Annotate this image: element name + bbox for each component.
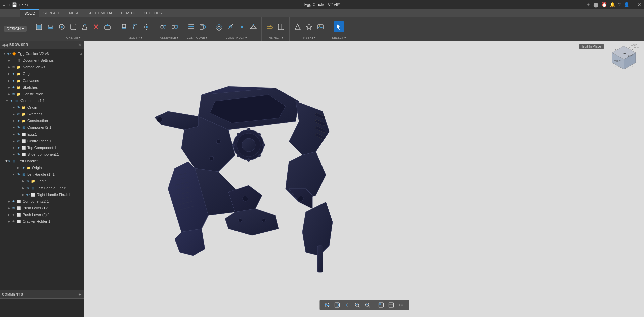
- c1-construction-eye[interactable]: 👁: [16, 118, 21, 123]
- account-icon[interactable]: ⬤: [593, 2, 599, 7]
- insert-mesh-btn[interactable]: [292, 21, 303, 32]
- design-button[interactable]: DESIGN ▾: [4, 26, 27, 32]
- browser-options-icon[interactable]: ✕: [78, 42, 82, 48]
- display-mode-btn[interactable]: [376, 301, 386, 309]
- lhf-expand[interactable]: ▶: [21, 186, 26, 190]
- component2-expand[interactable]: ▶: [11, 125, 16, 130]
- grid-btn[interactable]: [386, 301, 396, 309]
- tree-item-component22[interactable]: ▶ 👁 ⬜ Component22:1: [0, 198, 84, 205]
- root-settings-icon[interactable]: ⚙: [79, 52, 82, 56]
- press-pull-btn[interactable]: [119, 21, 129, 32]
- tree-item-origin[interactable]: ▶ 👁 📁 Origin: [0, 70, 84, 77]
- close-icon[interactable]: ✕: [637, 2, 641, 7]
- component22-expand[interactable]: ▶: [7, 199, 11, 204]
- doc-settings-expand[interactable]: ▶: [7, 58, 11, 63]
- canvases-expand[interactable]: ▶: [7, 78, 11, 83]
- notification-icon[interactable]: 🔔: [610, 2, 615, 7]
- offset-plane-btn[interactable]: [214, 21, 224, 32]
- named-views-expand[interactable]: ▶: [7, 65, 11, 69]
- tree-item-canvases[interactable]: ▶ 👁 📁 Canvases: [0, 77, 84, 84]
- rigid-group-btn[interactable]: [169, 21, 180, 32]
- push-lever-2-expand[interactable]: ▶: [7, 212, 11, 217]
- configure-btn1[interactable]: [186, 21, 197, 32]
- lh1-origin-eye[interactable]: 👁: [26, 179, 30, 183]
- tree-item-c1-sketches[interactable]: ▶ 👁 📁 Sketches: [0, 111, 84, 117]
- file-icon[interactable]: □: [7, 2, 10, 7]
- tree-item-construction-top[interactable]: ▶ 👁 📁 Construction: [0, 91, 84, 97]
- browser-content[interactable]: ▼ 👁 🔶 Egg Cracker V2 v6 ⚙ ▶ ⚙ Document S…: [0, 49, 84, 290]
- tree-item-left-handle-final[interactable]: ▶ 👁 ⊞ Left Handle Final:1: [0, 184, 84, 191]
- egg-expand[interactable]: ▶: [11, 132, 16, 137]
- tree-item-c1-origin[interactable]: ▶ 👁 📁 Origin: [0, 104, 84, 111]
- sweep-btn[interactable]: [68, 21, 79, 32]
- save-icon[interactable]: 💾: [12, 2, 17, 7]
- tree-item-centre-piece[interactable]: ▶ 👁 ⬜ Centre Piece:1: [0, 138, 84, 144]
- top-component-eye[interactable]: 👁: [16, 145, 21, 150]
- tree-item-sketches[interactable]: ▶ 👁 📁 Sketches: [0, 84, 84, 91]
- tree-root-item[interactable]: ▼ 👁 🔶 Egg Cracker V2 v6 ⚙: [0, 50, 84, 57]
- c1-origin-eye[interactable]: 👁: [16, 105, 21, 110]
- cracker-holder-expand[interactable]: ▶: [7, 219, 11, 224]
- tree-item-egg[interactable]: ▶ 👁 ⬜ Egg:1: [0, 131, 84, 138]
- pan-btn[interactable]: [342, 301, 352, 309]
- c1-sketches-eye[interactable]: 👁: [16, 112, 21, 116]
- tree-item-doc-settings[interactable]: ▶ ⚙ Document Settings: [0, 57, 84, 64]
- delete-btn[interactable]: [91, 21, 101, 32]
- push-lever-1-expand[interactable]: ▶: [7, 206, 11, 210]
- rhf-eye[interactable]: 👁: [26, 192, 30, 197]
- tab-mesh[interactable]: MESH: [65, 9, 84, 17]
- fillet-btn[interactable]: [130, 21, 141, 32]
- tree-item-c1-construction[interactable]: ▶ 👁 📁 Construction: [0, 117, 84, 124]
- add-tab-icon[interactable]: ＋: [586, 2, 591, 8]
- joint-btn[interactable]: [158, 21, 169, 32]
- zoom-in-btn[interactable]: [352, 301, 362, 309]
- configure-btn2[interactable]: [197, 21, 208, 32]
- lhf-eye[interactable]: 👁: [26, 186, 30, 190]
- tree-item-right-handle-final[interactable]: ▶ 👁 ⬜ Right Handle Final:1: [0, 191, 84, 198]
- insert-svg-btn[interactable]: [304, 21, 314, 32]
- construct-axis-btn[interactable]: [225, 21, 236, 32]
- fit-btn[interactable]: [332, 301, 342, 309]
- more-options-btn[interactable]: [396, 301, 406, 309]
- tab-sheet-metal[interactable]: SHEET METAL: [84, 9, 117, 17]
- orbit-btn[interactable]: [322, 301, 332, 309]
- lh1-origin-expand[interactable]: ▶: [21, 179, 26, 183]
- origin-eye[interactable]: 👁: [11, 71, 16, 76]
- help-icon[interactable]: ?: [618, 2, 621, 7]
- construction-top-eye[interactable]: 👁: [11, 92, 16, 96]
- construct-more-btn[interactable]: [248, 21, 259, 32]
- c1-sketches-expand[interactable]: ▶: [11, 112, 16, 116]
- tree-item-lh-origin[interactable]: ▶ 👁 📁 Origin: [0, 164, 84, 171]
- tree-item-lh1-origin[interactable]: ▶ 👁 📁 Origin: [0, 178, 84, 184]
- tree-item-left-handle-1[interactable]: ▼ 👁 ⊞ Left Handle (1):1: [0, 171, 84, 178]
- rhf-expand[interactable]: ▶: [21, 192, 26, 197]
- tree-item-push-lever-1[interactable]: ▶ 👁 ⬜ Push Lever (1):1: [0, 205, 84, 211]
- construction-top-expand[interactable]: ▶: [7, 92, 11, 96]
- left-handle-1-expand[interactable]: ▼: [11, 172, 16, 177]
- tab-solid[interactable]: SOLID: [20, 9, 39, 17]
- top-component-expand[interactable]: ▶: [11, 145, 16, 150]
- create-more-btn[interactable]: [102, 21, 113, 32]
- push-lever-2-eye[interactable]: 👁: [11, 212, 16, 217]
- push-lever-1-eye[interactable]: 👁: [11, 206, 16, 210]
- tree-item-top-component[interactable]: ▶ 👁 ⬜ Top Component:1: [0, 144, 84, 151]
- extrude-btn[interactable]: [45, 21, 56, 32]
- clock-icon[interactable]: ⏰: [601, 2, 607, 7]
- root-expand-icon[interactable]: ▼: [2, 51, 7, 56]
- lh-origin-expand[interactable]: ▶: [16, 165, 21, 170]
- lh-origin-eye[interactable]: 👁: [21, 165, 26, 170]
- revolve-btn[interactable]: [56, 21, 67, 32]
- new-component-btn[interactable]: [34, 21, 44, 32]
- slider-eye[interactable]: 👁: [16, 152, 21, 157]
- cracker-holder-eye[interactable]: 👁: [11, 219, 16, 224]
- zoom-window-btn[interactable]: [362, 301, 372, 309]
- component1-expand[interactable]: ▼: [5, 98, 9, 103]
- centre-piece-expand[interactable]: ▶: [11, 139, 16, 143]
- tree-item-component2[interactable]: ▶ 👁 ⊞ Component2:1: [0, 124, 84, 131]
- egg-eye[interactable]: 👁: [16, 132, 21, 137]
- tree-item-slider[interactable]: ▶ 👁 ⬜ Slider component:1: [0, 151, 84, 158]
- construct-point-btn[interactable]: [237, 21, 247, 32]
- tree-item-push-lever-2[interactable]: ▶ 👁 ⬜ Push Lever (2):1: [0, 211, 84, 218]
- tab-utilities[interactable]: UTILITIES: [140, 9, 166, 17]
- named-views-eye[interactable]: 👁: [11, 65, 16, 69]
